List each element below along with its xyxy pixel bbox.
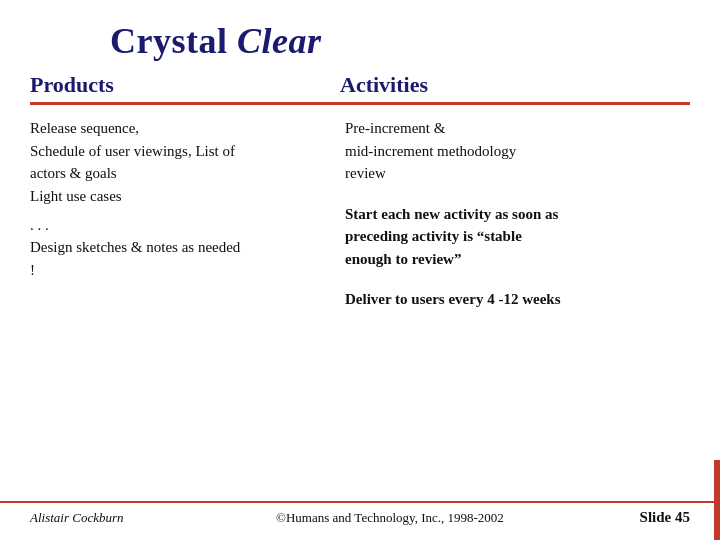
red-accent-bar (714, 460, 720, 540)
activities-block2: Start each new activity as soon as prece… (345, 203, 690, 271)
products-header: Products (30, 72, 340, 102)
ellipsis: . . . (30, 217, 320, 234)
title-clear: Clear (237, 21, 322, 61)
activities-line5: preceding activity is “stable (345, 228, 522, 244)
activities-block1: Pre-increment & mid-increment methodolog… (345, 117, 690, 185)
title-crystal: Crystal (110, 21, 237, 61)
activities-column: Pre-increment & mid-increment methodolog… (340, 117, 690, 311)
products-block2: Design sketches & notes as needed ! (30, 236, 320, 281)
products-line1: Release sequence, (30, 120, 139, 136)
products-block1: Release sequence, Schedule of user viewi… (30, 117, 320, 207)
products-line6: ! (30, 262, 35, 278)
activities-line2: mid-increment methodology (345, 143, 516, 159)
activities-line4: Start each new activity as soon as (345, 206, 558, 222)
products-line3: actors & goals (30, 165, 117, 181)
slide: Crystal Clear Products Activities Releas… (0, 0, 720, 540)
footer: Alistair Cockburn ©Humans and Technology… (0, 501, 720, 526)
footer-slide: Slide 45 (570, 509, 690, 526)
content-area: Release sequence, Schedule of user viewi… (30, 117, 690, 311)
activities-block3: Deliver to users every 4 -12 weeks (345, 288, 690, 311)
column-headers: Products Activities (30, 72, 690, 105)
footer-copyright: ©Humans and Technology, Inc., 1998-2002 (210, 510, 570, 526)
activities-line1: Pre-increment & (345, 120, 445, 136)
activities-line6: enough to review” (345, 251, 461, 267)
activities-line3: review (345, 165, 386, 181)
footer-author: Alistair Cockburn (30, 510, 210, 526)
products-line5: Design sketches & notes as needed (30, 239, 240, 255)
products-line2: Schedule of user viewings, List of (30, 143, 235, 159)
products-line4: Light use cases (30, 188, 122, 204)
activities-header: Activities (340, 72, 690, 102)
products-column: Release sequence, Schedule of user viewi… (30, 117, 340, 311)
slide-title: Crystal Clear (110, 20, 690, 62)
